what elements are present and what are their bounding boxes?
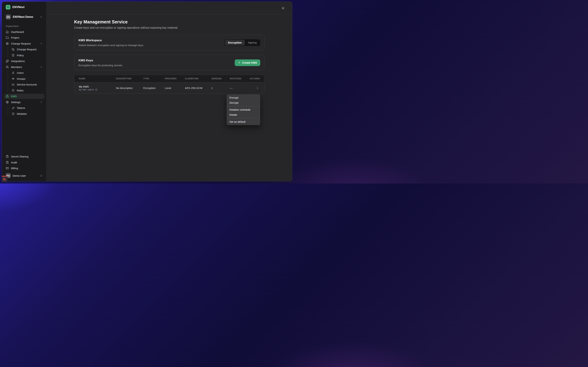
- sidebar-item-groups[interactable]: Groups: [10, 76, 44, 81]
- toggle-signing[interactable]: Signing: [245, 40, 259, 45]
- user-name: Demo User: [13, 174, 26, 177]
- menu-item-rotate[interactable]: Rotate: [227, 112, 260, 117]
- kms-workspace-title: KMS Workspace: [78, 39, 144, 42]
- sidebar-item-label: KMS: [11, 95, 17, 98]
- laravel-debugbar-badge[interactable]: [2, 176, 8, 182]
- sidebar-item-label: Integrations: [11, 60, 25, 63]
- user-menu[interactable]: DU Demo User: [4, 173, 44, 179]
- sidebar-item-project[interactable]: Project: [4, 35, 44, 40]
- sidebar-item-label: Whitelist: [17, 112, 27, 115]
- sidebar-item-kms[interactable]: KMS: [4, 94, 44, 99]
- folder-icon: [6, 36, 9, 39]
- sidebar-item-label: Change Request: [11, 42, 31, 45]
- main-area: Key Management Service Create keys and r…: [47, 2, 292, 181]
- menu-group-crypto: Encrypt Decrypt: [227, 94, 260, 106]
- menu-item-encrypt[interactable]: Encrypt: [227, 95, 260, 100]
- users-group-icon: [12, 77, 15, 80]
- key-id: my-kms-sakvt: [79, 89, 94, 91]
- menu-item-decrypt[interactable]: Decrypt: [227, 100, 260, 105]
- create-kms-button[interactable]: Create KMS: [235, 59, 260, 66]
- sidebar-subgroup-members: Users Groups Service Accounts Roles: [8, 70, 44, 94]
- chevrons-up-down-icon: [40, 175, 43, 177]
- key-actions-cell: [249, 86, 260, 90]
- table-row: My KMS my-kms-sakvt No description Encry…: [74, 83, 264, 93]
- sidebar-item-integrations[interactable]: Integrations: [4, 58, 44, 64]
- sidebar-item-roles[interactable]: Roles: [10, 88, 44, 93]
- sidebar-item-users[interactable]: Users: [10, 70, 44, 75]
- plus-icon: [238, 61, 241, 64]
- org-switcher[interactable]: EN ENVNest Demo: [4, 14, 44, 20]
- kms-keys-card: KMS Keys Encryption keys for protecting …: [74, 55, 265, 71]
- sidebar-item-policy[interactable]: Policy: [10, 53, 44, 58]
- col-actions: ACTIONS: [249, 77, 260, 80]
- sidebar-item-label: Service Accounts: [17, 83, 37, 86]
- sidebar-section-label: Organization: [4, 25, 44, 27]
- clipboard-list-icon: [6, 161, 9, 164]
- sidebar-item-label: Members: [11, 66, 22, 68]
- org-avatar: EN: [6, 15, 11, 19]
- app-window: ENVNest EN ENVNest Demo Organization Das…: [2, 1, 292, 181]
- home-icon: [6, 30, 9, 33]
- menu-group-default: Set as default: [227, 118, 260, 125]
- envnest-logo-icon: [6, 5, 10, 9]
- row-actions-menu: Encrypt Decrypt Rotation schedule Rotate…: [227, 94, 260, 125]
- col-algorithm: ALGORITHM: [185, 77, 211, 80]
- sidebar-item-label: Tokens: [17, 106, 25, 109]
- sidebar-item-whitelist[interactable]: Whitelist: [10, 111, 44, 117]
- key-provider: Local: [165, 86, 185, 90]
- copy-icon[interactable]: [95, 89, 97, 91]
- sidebar-item-dashboard[interactable]: Dashboard: [4, 29, 44, 34]
- sidebar-item-tokens[interactable]: Tokens: [10, 105, 44, 111]
- kms-keys-text: KMS Keys Encryption keys for protecting …: [78, 59, 123, 67]
- sidebar-spacer: [4, 117, 44, 154]
- sidebar-item-label: Billing: [11, 167, 18, 170]
- puzzle-icon: [6, 60, 9, 63]
- page-content: Key Management Service Create keys and r…: [74, 15, 265, 94]
- sidebar-item-billing[interactable]: Billing: [4, 166, 44, 171]
- page-subtitle: Create keys and run encryption or signin…: [74, 26, 265, 29]
- user-icon: [12, 71, 15, 74]
- sidebar-item-audit[interactable]: Audit: [4, 160, 44, 165]
- shield-check-icon: [12, 89, 15, 92]
- sidebar-item-members[interactable]: Members: [4, 64, 44, 70]
- menu-item-rotation-schedule[interactable]: Rotation schedule: [227, 107, 260, 112]
- create-kms-label: Create KMS: [242, 61, 257, 64]
- sidebar-item-secret-sharing[interactable]: Secret Sharing: [4, 154, 44, 159]
- file-text-icon: [12, 54, 15, 57]
- sidebar-item-label: Users: [17, 71, 24, 74]
- chevron-down-icon: [40, 66, 43, 68]
- app-title: ENVNest: [12, 6, 25, 9]
- key-type: Encryption: [143, 86, 165, 90]
- sidebar-subgroup-change-request: Change Request Policy: [8, 47, 44, 58]
- kms-keys-title: KMS Keys: [78, 59, 123, 62]
- topbar: [47, 2, 292, 15]
- chevron-down-icon: [40, 101, 43, 103]
- copy-check-icon: [12, 48, 15, 51]
- sidebar-item-service-accounts[interactable]: Service Accounts: [10, 82, 44, 87]
- sidebar-item-label: Change Request: [17, 48, 37, 51]
- col-type: TYPE: [143, 77, 165, 80]
- table-header: NAME DESCRIPTION TYPE PROVIDER ALGORITHM…: [74, 75, 264, 83]
- theme-toggle-sun-icon[interactable]: [281, 7, 285, 10]
- workspace-toggle: Encryption Signing: [224, 39, 260, 46]
- laravel-icon: [3, 177, 7, 181]
- shield-check-icon: [12, 112, 15, 115]
- menu-item-set-as-default[interactable]: Set as default: [227, 119, 260, 124]
- chevron-down-icon: [40, 16, 43, 18]
- key-algorithm: AES-256-GCM: [185, 86, 211, 90]
- sidebar-item-label: Groups: [17, 77, 25, 80]
- kms-workspace-subtitle: Switch between encryption and signing to…: [78, 44, 144, 47]
- sidebar: ENVNest EN ENVNest Demo Organization Das…: [2, 2, 47, 181]
- server-icon: [12, 83, 15, 86]
- row-actions-button[interactable]: [255, 86, 260, 90]
- org-name: ENVNest Demo: [13, 15, 33, 18]
- credit-card-icon: [6, 167, 9, 170]
- sidebar-item-label: Settings: [11, 101, 20, 104]
- sidebar-item-change-request[interactable]: Change Request: [4, 41, 44, 46]
- sidebar-item-change-request-sub[interactable]: Change Request: [10, 47, 44, 52]
- sidebar-nav: Dashboard Project Change Request Change …: [4, 29, 44, 117]
- sidebar-item-settings[interactable]: Settings: [4, 100, 44, 105]
- col-description: DESCRIPTION: [116, 77, 143, 80]
- toggle-encryption[interactable]: Encryption: [225, 40, 245, 45]
- page-title: Key Management Service: [74, 19, 265, 25]
